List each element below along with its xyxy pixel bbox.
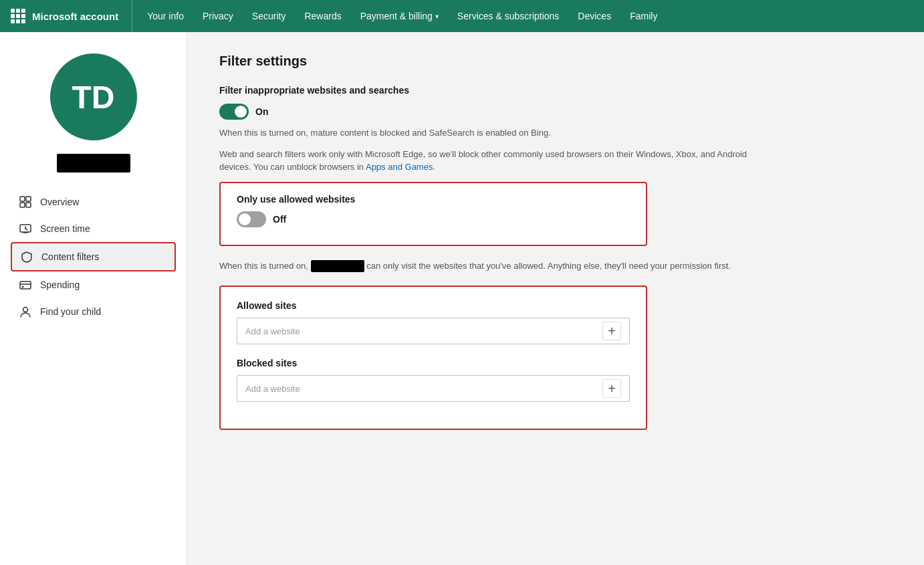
toggle-thumb [235, 106, 247, 118]
svg-rect-5 [20, 281, 31, 289]
nav-your-info[interactable]: Your info [138, 0, 193, 32]
screen-time-icon [19, 222, 32, 235]
add-allowed-website-button[interactable]: + [602, 322, 621, 340]
add-blocked-website-button[interactable]: + [602, 379, 621, 398]
sidebar-item-find-child[interactable]: Find your child [11, 298, 176, 325]
allowed-placeholder: Add a website [245, 326, 300, 336]
only-allowed-description: When this is turned on, can only visit t… [219, 259, 781, 273]
nav-privacy[interactable]: Privacy [193, 0, 243, 32]
user-name-redacted [57, 154, 130, 173]
filter-toggle-label: On [255, 106, 268, 117]
svg-rect-1 [26, 197, 31, 201]
filter-section-title: Filter inappropriate websites and search… [219, 85, 892, 96]
top-navigation: Microsoft account Your info Privacy Secu… [0, 0, 924, 32]
sites-container: Allowed sites Add a website + Blocked si… [219, 286, 647, 430]
apps-and-games-link[interactable]: Apps and Games [366, 162, 433, 172]
svg-rect-0 [20, 197, 25, 201]
only-allowed-toggle-row: Off [237, 211, 630, 227]
shield-icon [20, 250, 33, 263]
filter-description2-text1: Web and search filters work only with Mi… [219, 149, 747, 173]
nav-services[interactable]: Services & subscriptions [448, 0, 569, 32]
child-name-redacted [311, 260, 364, 272]
only-allowed-label: Only use allowed websites [237, 194, 630, 205]
only-allowed-section: Only use allowed websites Off [219, 182, 647, 246]
sidebar-item-label: Content filters [41, 251, 99, 262]
allowed-sites-title: Allowed sites [237, 300, 630, 311]
filter-description2: Web and search filters work only with Mi… [219, 148, 781, 174]
allowed-website-input[interactable]: Add a website + [237, 318, 630, 344]
only-allowed-toggle-label: Off [273, 214, 286, 225]
sidebar-item-spending[interactable]: Spending [11, 271, 176, 298]
svg-point-7 [23, 308, 28, 312]
avatar: TD [50, 53, 137, 140]
sidebar-item-label: Spending [40, 279, 80, 290]
main-content: Filter settings Filter inappropriate web… [187, 32, 924, 565]
blocked-sites-title: Blocked sites [237, 358, 630, 368]
nav-devices[interactable]: Devices [568, 0, 620, 32]
nav-rewards[interactable]: Rewards [295, 0, 350, 32]
only-allowed-toggle[interactable] [237, 211, 266, 227]
toggle-thumb [239, 213, 251, 225]
grid-icon [11, 9, 25, 23]
filter-toggle-row: On [219, 104, 892, 120]
svg-point-6 [22, 286, 24, 288]
nav-payment[interactable]: Payment & billing ▾ [351, 0, 448, 32]
sidebar-nav: Overview Screen time [11, 189, 176, 325]
sidebar-item-label: Screen time [40, 223, 90, 234]
nav-security[interactable]: Security [243, 0, 296, 32]
blocked-sites-section: Blocked sites Add a website + [237, 358, 630, 402]
sidebar-item-screen-time[interactable]: Screen time [11, 215, 176, 242]
sidebar-item-content-filters[interactable]: Content filters [11, 242, 176, 271]
spending-icon [19, 278, 32, 292]
sidebar-item-label: Overview [40, 197, 79, 207]
find-child-icon [19, 305, 32, 318]
sidebar-item-overview[interactable]: Overview [11, 189, 176, 215]
svg-rect-2 [20, 203, 25, 207]
filter-description1: When this is turned on, mature content i… [219, 126, 781, 140]
nav-links: Your info Privacy Security Rewards Payme… [138, 0, 913, 32]
page-title: Filter settings [219, 53, 892, 69]
blocked-placeholder: Add a website [245, 384, 300, 394]
page-layout: TD Overview [0, 32, 924, 565]
brand-area: Microsoft account [11, 0, 132, 32]
blocked-website-input[interactable]: Add a website + [237, 375, 630, 402]
filter-section: Filter inappropriate websites and search… [219, 85, 892, 174]
svg-rect-3 [26, 203, 31, 207]
nav-family[interactable]: Family [620, 0, 667, 32]
chevron-down-icon: ▾ [435, 13, 439, 20]
sidebar: TD Overview [0, 32, 187, 565]
brand-title: Microsoft account [32, 11, 118, 22]
filter-toggle[interactable] [219, 104, 249, 120]
allowed-sites-section: Allowed sites Add a website + [237, 300, 630, 344]
sidebar-item-label: Find your child [40, 306, 101, 317]
overview-icon [19, 195, 32, 209]
